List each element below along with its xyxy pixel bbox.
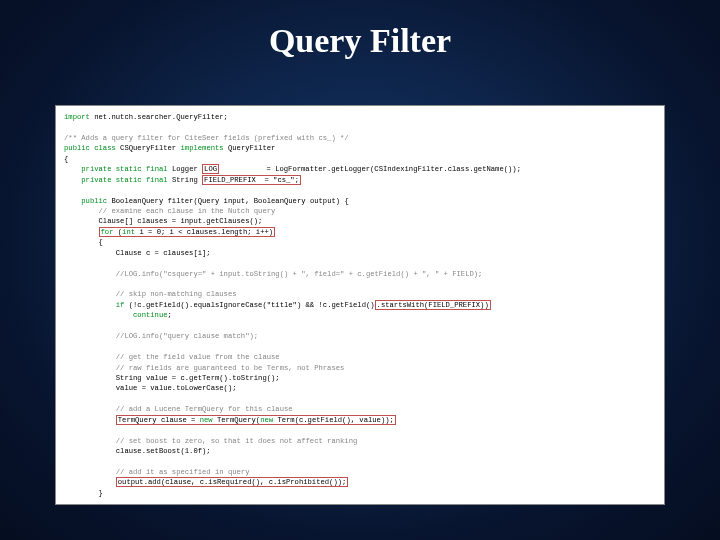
box-field-prefix: FIELD_PREFIX = "cs_";	[202, 175, 301, 185]
class-comment: /** Adds a query filter for CiteSeer fie…	[64, 134, 349, 142]
box-startswith: .startsWith(FIELD_PREFIX))	[375, 300, 491, 310]
box-for-loop: for (int i = 0; i < clauses.length; i++)	[99, 227, 276, 237]
box-output-add: output.add(clause, c.isRequired(), c.isP…	[116, 477, 349, 487]
slide-title: Query Filter	[0, 22, 720, 60]
box-termquery: TermQuery clause = new TermQuery(new Ter…	[116, 415, 396, 425]
kw-import: import	[64, 113, 90, 121]
box-log: LOG	[202, 164, 219, 174]
slide: Query Filter import net.nutch.searcher.Q…	[0, 0, 720, 540]
code-block: import net.nutch.searcher.QueryFilter; /…	[64, 112, 656, 505]
code-panel: import net.nutch.searcher.QueryFilter; /…	[55, 105, 665, 505]
